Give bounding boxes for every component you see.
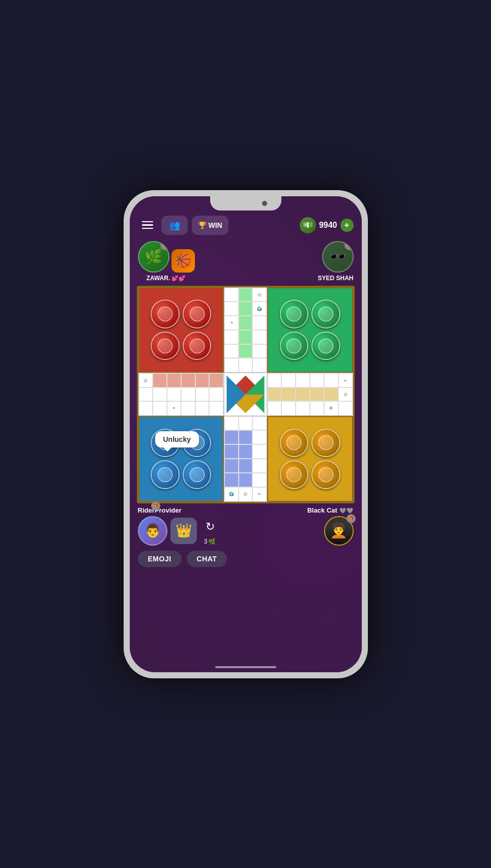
path-cell [310,373,324,387]
players-bottom: RiderProvider 👨 🎁 👑 ↻ 3 🌿 [130,503,362,546]
path-cell [195,373,210,387]
yellow-token-4[interactable] [311,460,340,489]
red-token-3[interactable] [151,332,180,361]
path-cell [281,401,296,415]
path-cell [224,330,238,344]
red-token-1[interactable] [151,300,180,328]
path-cell [181,387,195,401]
path-cell: ⊙ [324,401,338,415]
path-cell-star [252,487,266,501]
phone-screen: 👥 🏆 WIN 💵 9940 + 🌿 🎁 🏀 [130,196,362,672]
path-cell-green [239,344,252,358]
path-cell [153,401,167,415]
coin-count: 9940 [319,221,337,230]
path-cell [209,401,223,415]
path-cell [324,373,338,387]
path-cell [181,401,195,415]
left-path: ⊘ [138,373,224,415]
green-token-1[interactable] [280,300,309,328]
path-cell [252,459,266,473]
avatar-blackcat-container: 🧑‍🦱 🎁 [324,516,354,546]
path-cell: ⊘ [139,373,153,387]
path-cell [224,288,238,302]
coin-icon: 💵 [300,217,316,233]
refresh-count: 3 🌿 [204,538,216,545]
game-board-container: Unlucky ⊘ [130,286,362,503]
path-cell [167,387,181,401]
red-token-4[interactable] [183,332,212,361]
center-star [226,375,264,413]
blue-token-4[interactable] [183,460,212,489]
player-name-blackcat: Black Cat 🩶🩶 [307,506,354,514]
path-cell [239,459,252,473]
player-bottom-icons: 👨 🎁 👑 ↻ 3 🌿 [138,516,220,546]
home-red [138,287,224,373]
red-token-2[interactable] [183,300,212,328]
chat-button[interactable]: CHAT [187,551,227,567]
path-cell [209,387,223,401]
add-coin-button[interactable]: + [340,219,354,232]
crown-icon: 👑 [176,523,192,538]
path-cell [252,358,266,372]
path-cell [195,401,210,415]
right-path: ⊘ ⊙ [267,373,353,415]
path-cell [252,444,266,459]
block-icon: ⊘ [257,292,262,297]
path-cell [252,430,266,444]
hamburger-button[interactable] [138,216,157,235]
path-cell [239,430,252,444]
green-token-2[interactable] [311,300,340,328]
notch [210,196,281,211]
path-cell: ⊘ [252,288,266,302]
blue-token-3[interactable] [151,460,180,489]
path-cell [139,387,153,401]
red-tokens-grid [151,300,211,360]
avatar-syed: 🕶️ 🎁 [322,241,354,273]
unlucky-bubble: Unlucky [155,431,199,447]
path-cell-green [239,288,252,302]
friends-button[interactable]: 👥 [161,216,188,235]
player-bottom-right: Black Cat 🩶🩶 🧑‍🦱 🎁 [307,506,354,546]
basketball-icon: 🏀 [171,249,195,273]
path-cell [268,373,282,387]
path-cell [252,344,266,358]
gift-badge-syed: 🎁 [344,241,354,250]
rider-face: 👨 [139,517,166,545]
green-token-3[interactable] [280,332,309,361]
path-cell [224,473,238,487]
path-cell [224,444,238,459]
friends-icon: 👥 [169,220,180,231]
path-cell-green [239,302,252,316]
path-cell [224,358,238,372]
green-tokens-grid [280,300,340,360]
center-area [224,373,267,415]
win-button[interactable]: 🏆 WIN [192,216,228,235]
yellow-token-3[interactable] [280,460,309,489]
path-cell [153,373,167,387]
yellow-token-1[interactable] [280,429,309,458]
path-cell [224,344,238,358]
trophy-icon: 🏆 [198,221,207,229]
path-cell [252,416,266,431]
unlucky-text: Unlucky [155,431,199,447]
home-green [267,287,353,373]
avatar-container-left: 🌿 🎁 🏀 [138,241,195,273]
ludo-board[interactable]: ⊘ 🌍 [137,286,355,503]
green-token-4[interactable] [311,332,340,361]
players-top: 🌿 🎁 🏀 ZAWAR. 💕💕 🕶️ 🎁 SYED SHAH [130,239,362,284]
path-cell [239,444,252,459]
path-cell [239,473,252,487]
path-cell-green [239,330,252,344]
yellow-tokens-grid [280,429,340,489]
refresh-icon[interactable]: ↻ [200,517,220,537]
phone-frame: 👥 🏆 WIN 💵 9940 + 🌿 🎁 🏀 [124,190,368,678]
player-bottom-left: RiderProvider 👨 🎁 👑 ↻ 3 🌿 [138,506,220,546]
avatar-rider: 👨 🎁 [138,516,167,546]
path-cell: ⊘ [239,487,252,501]
path-cell [167,373,181,387]
path-cell [338,401,353,415]
path-cell [296,401,310,415]
camera-dot [262,201,267,206]
yellow-token-2[interactable] [311,429,340,458]
emoji-button[interactable]: EMOJI [138,551,182,567]
